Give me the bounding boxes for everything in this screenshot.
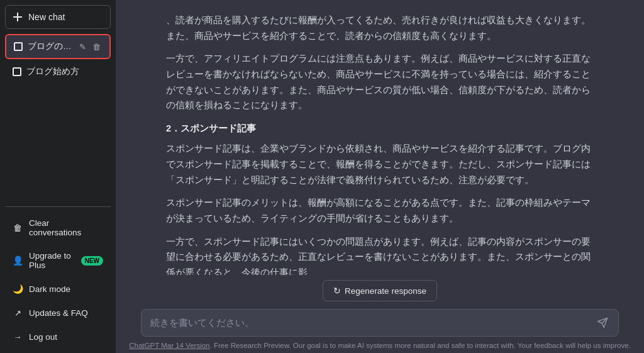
sidebar-item-darkmode[interactable]: 🌙 Dark mode (5, 277, 111, 300)
new-chat-button[interactable]: New chat (5, 5, 111, 29)
edit-conversation-button[interactable]: ✎ (78, 42, 87, 52)
chat-area: 、読者が商品を購入するたびに報酬が入ってくるため、売れ行きが良ければ収益も大きく… (116, 0, 644, 275)
section-heading: 2．スポンサード記事 (166, 121, 594, 137)
footer-rest: . Free Research Preview. Our goal is to … (210, 342, 631, 349)
sidebar: New chat ブログの稼ぎ方 ✎ 🗑 ブログ始め方 🗑 Clear conv (0, 0, 116, 353)
conversation-label: ブログの稼ぎ方 (28, 41, 73, 52)
logout-label: Log out (29, 332, 57, 342)
sidebar-bottom: 🗑 Clear conversations 👤 Upgrade to Plus … (5, 206, 111, 348)
user-icon: 👤 (13, 255, 23, 266)
clear-conversations-label: Clear conversations (29, 218, 103, 237)
send-button[interactable] (596, 316, 609, 330)
paragraph-1: 一方で、アフィリエイトプログラムには注意点もあります。例えば、商品やサービスに対… (166, 51, 594, 113)
version-link[interactable]: ChatGPT Mar 14 Version (129, 342, 209, 349)
conversation-label: ブログ始め方 (26, 66, 103, 77)
conversation-actions: ✎ 🗑 (78, 42, 102, 52)
darkmode-label: Dark mode (29, 284, 70, 294)
conversation-item[interactable]: ブログ始め方 (5, 60, 111, 83)
paragraph-4: スポンサード記事のメリットは、報酬が高額になることがある点です。また、記事の枠組… (166, 195, 594, 226)
chat-icon (13, 67, 21, 76)
conversation-list: ブログの稼ぎ方 ✎ 🗑 ブログ始め方 (5, 34, 111, 201)
logout-icon: → (13, 332, 23, 342)
paragraph-5: 一方で、スポンサード記事にはいくつかの問題点があります。例えば、記事の内容がスポ… (166, 234, 594, 275)
refresh-icon: ↻ (333, 286, 341, 296)
upgrade-label: Upgrade to Plus (29, 251, 75, 270)
external-link-icon: ↗ (13, 308, 23, 318)
regenerate-button[interactable]: ↻ Regenerate response (323, 280, 437, 301)
new-badge: NEW (81, 256, 103, 266)
sidebar-item-upgrade[interactable]: 👤 Upgrade to Plus NEW (5, 245, 111, 276)
chat-icon (14, 42, 23, 51)
main-panel: 、読者が商品を購入するたびに報酬が入ってくるため、売れ行きが良ければ収益も大きく… (116, 0, 644, 353)
chat-input[interactable] (150, 317, 591, 328)
trash-icon: 🗑 (13, 223, 23, 233)
input-area (116, 305, 644, 339)
trash-icon: 🗑 (92, 42, 101, 52)
moon-icon: 🌙 (13, 284, 23, 294)
updates-label: Updates & FAQ (29, 308, 88, 318)
regenerate-area: ↻ Regenerate response (116, 275, 644, 305)
regenerate-label: Regenerate response (345, 286, 426, 296)
edit-icon: ✎ (79, 42, 86, 52)
paragraph-0: 、読者が商品を購入するたびに報酬が入ってくるため、売れ行きが良ければ収益も大きく… (166, 13, 594, 43)
input-row (141, 309, 619, 337)
new-chat-label: New chat (28, 12, 65, 22)
sidebar-item-updates[interactable]: ↗ Updates & FAQ (5, 301, 111, 324)
footer: ChatGPT Mar 14 Version. Free Research Pr… (116, 339, 644, 353)
message-block: 、読者が商品を購入するたびに報酬が入ってくるため、売れ行きが良ければ収益も大きく… (166, 13, 594, 275)
plus-icon (13, 13, 22, 21)
sidebar-item-clear[interactable]: 🗑 Clear conversations (5, 212, 111, 244)
send-icon (597, 317, 608, 328)
delete-conversation-button[interactable]: 🗑 (91, 42, 102, 52)
sidebar-item-logout[interactable]: → Log out (5, 325, 111, 348)
paragraph-3: スポンサード記事は、企業やブランドから依頼され、商品やサービスを紹介する記事です… (166, 141, 594, 188)
conversation-item[interactable]: ブログの稼ぎ方 ✎ 🗑 (5, 34, 111, 59)
